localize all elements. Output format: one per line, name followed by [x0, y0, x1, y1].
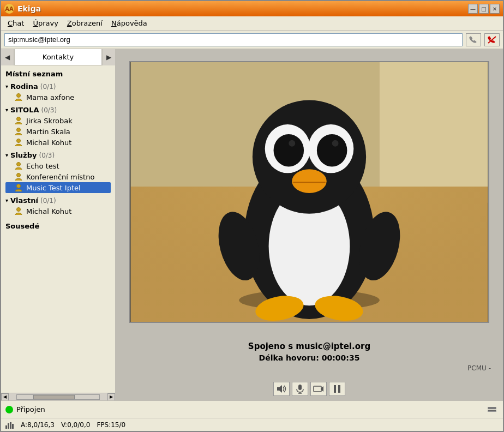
contact-jirka[interactable]: Jirka Skrobak	[5, 115, 111, 126]
menu-chat[interactable]: Chat	[3, 17, 28, 29]
contact-martin-name: Martin Skala	[26, 128, 70, 136]
group-sluzby-count: (0/3)	[39, 152, 55, 159]
app-logo: AA	[4, 4, 14, 14]
call-info: Spojeno s music@iptel.org Délka hovoru: …	[116, 335, 503, 379]
contact-music[interactable]: Music Test Iptel	[5, 182, 111, 193]
svg-rect-37	[338, 385, 340, 393]
close-button[interactable]: ✕	[490, 4, 500, 14]
dropdown-line2	[488, 410, 496, 412]
contact-martin[interactable]: Martin Skala	[5, 126, 111, 137]
svg-rect-36	[334, 385, 336, 393]
statusbar: Připojen	[1, 400, 503, 418]
camera-icon	[313, 385, 324, 393]
contact-michal2-name: Michal Kohut	[26, 207, 71, 215]
person-icon	[14, 127, 23, 136]
maximize-button[interactable]: □	[479, 4, 489, 14]
sidebar: ◀ Kontakty ▶ Místní seznam ▾ Rodina (0/1…	[1, 49, 116, 400]
svg-point-7	[17, 184, 21, 188]
phone-icon	[469, 35, 478, 44]
group-rodina-header[interactable]: ▾ Rodina (0/1)	[5, 81, 111, 92]
contact-michal2[interactable]: Michal Kohut	[5, 206, 111, 217]
group-sitola-header[interactable]: ▾ SITOLA (0/3)	[5, 105, 111, 115]
group-vlastni-header[interactable]: ▾ Vlastní (0/1)	[5, 195, 111, 206]
address-input[interactable]	[4, 33, 463, 46]
contacts-header: ◀ Kontakty ▶	[1, 49, 115, 65]
main-area: ◀ Kontakty ▶ Místní seznam ▾ Rodina (0/1…	[1, 49, 503, 400]
svg-rect-34	[314, 386, 321, 392]
contact-konferencni-name: Konferenční místno	[26, 173, 94, 181]
call-button[interactable]	[466, 33, 481, 46]
svg-point-2	[17, 117, 21, 121]
contact-echo[interactable]: Echo test	[5, 160, 111, 171]
video-info: V:0,0/0,0	[61, 421, 90, 429]
fps-info: FPS:15/0	[97, 421, 125, 429]
pause-button[interactable]	[329, 382, 345, 396]
contact-konferencni[interactable]: Konferenční místno	[5, 171, 111, 182]
scroll-left-button[interactable]: ◀	[1, 393, 9, 401]
contacts-tab[interactable]: Kontakty	[14, 49, 102, 65]
duration-value: 00:00:35	[322, 353, 360, 362]
svg-point-5	[17, 163, 21, 166]
window-controls: — □ ✕	[468, 4, 500, 14]
horizontal-scrollbar[interactable]: ◀ ▶	[1, 393, 115, 400]
svg-marker-11	[380, 62, 488, 203]
group-rodina: ▾ Rodina (0/1) Mama axfone	[1, 80, 115, 104]
group-sitola: ▾ SITOLA (0/3) Jirka Skrobak	[1, 104, 115, 149]
volume-icon	[276, 384, 287, 394]
group-rodina-count: (0/1)	[40, 83, 56, 91]
contact-echo-name: Echo test	[26, 162, 59, 170]
scroll-right-button[interactable]: ▶	[107, 393, 115, 401]
hangup-icon	[487, 35, 497, 44]
scrollbar-track[interactable]	[16, 394, 100, 400]
contact-michal1[interactable]: Michal Kohut	[5, 137, 111, 148]
window-title: Ekiga	[17, 4, 41, 13]
camera-button[interactable]	[310, 382, 327, 396]
call-controls	[116, 379, 503, 400]
video-scene	[130, 62, 488, 322]
contacts-prev-button[interactable]: ◀	[1, 49, 14, 65]
volume-button[interactable]	[273, 382, 290, 396]
contacts-section2-title: Sousedé	[1, 220, 115, 232]
hangup-button[interactable]	[484, 33, 500, 46]
svg-point-27	[332, 140, 339, 147]
svg-point-8	[17, 208, 21, 212]
infobar: A:8,0/16,3 V:0,0/0,0 FPS:15/0	[1, 418, 503, 431]
contacts-next-button[interactable]: ▶	[102, 49, 115, 65]
contact-mama[interactable]: Mama axfone	[5, 92, 111, 103]
group-sluzby-header[interactable]: ▾ Služby (0/3)	[5, 150, 111, 160]
person-icon	[14, 161, 23, 170]
status-dropdown[interactable]	[488, 407, 499, 412]
person-icon	[14, 207, 23, 215]
svg-point-24	[274, 134, 304, 167]
scrollbar-thumb[interactable]	[33, 395, 75, 399]
person-icon	[14, 138, 23, 147]
svg-rect-39	[8, 423, 9, 429]
group-vlastni: ▾ Vlastní (0/1) Michal Kohut	[1, 194, 115, 218]
menu-napoveda[interactable]: Nápověda	[107, 17, 152, 29]
menu-upravy[interactable]: Úpravy	[28, 17, 62, 29]
mic-button[interactable]	[292, 382, 308, 396]
contact-music-name: Music Test Iptel	[26, 184, 81, 192]
group-sluzby-label: Služby	[10, 151, 37, 159]
contacts-section-title: Místní seznam	[1, 68, 115, 80]
svg-point-1	[17, 94, 21, 98]
contact-michal1-name: Michal Kohut	[26, 139, 71, 147]
contacts-list: Místní seznam ▾ Rodina (0/1) Mama axfone	[1, 65, 115, 393]
menu-zobrazeni[interactable]: Zobrazení	[63, 17, 107, 29]
person-icon	[14, 93, 23, 101]
titlebar: AA Ekiga — □ ✕	[1, 1, 503, 16]
titlebar-left: AA Ekiga	[4, 4, 41, 14]
status-text: Připojen	[16, 405, 484, 413]
svg-point-28	[292, 169, 326, 193]
group-sitola-label: SITOLA	[10, 106, 39, 114]
pause-icon	[333, 385, 341, 393]
content-area: Spojeno s music@iptel.org Délka hovoru: …	[116, 49, 503, 400]
minimize-button[interactable]: —	[468, 4, 478, 14]
svg-rect-31	[298, 385, 302, 390]
svg-point-26	[289, 140, 295, 147]
person-icon	[14, 116, 23, 125]
video-frame	[129, 61, 489, 323]
svg-marker-30	[277, 385, 282, 393]
chevron-down-icon: ▾	[5, 152, 8, 158]
svg-point-4	[17, 139, 21, 143]
